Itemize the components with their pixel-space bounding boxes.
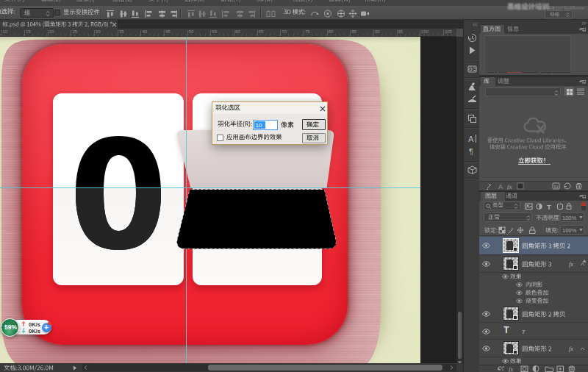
svg-text:fx: fx — [509, 365, 513, 372]
svg-text:fx: fx — [507, 183, 512, 190]
svg-text:St: St — [554, 185, 559, 189]
svg-text:A: A — [498, 183, 503, 190]
svg-text:A: A — [468, 135, 474, 143]
svg-text:T: T — [547, 203, 551, 210]
svg-text:¶: ¶ — [469, 147, 473, 156]
